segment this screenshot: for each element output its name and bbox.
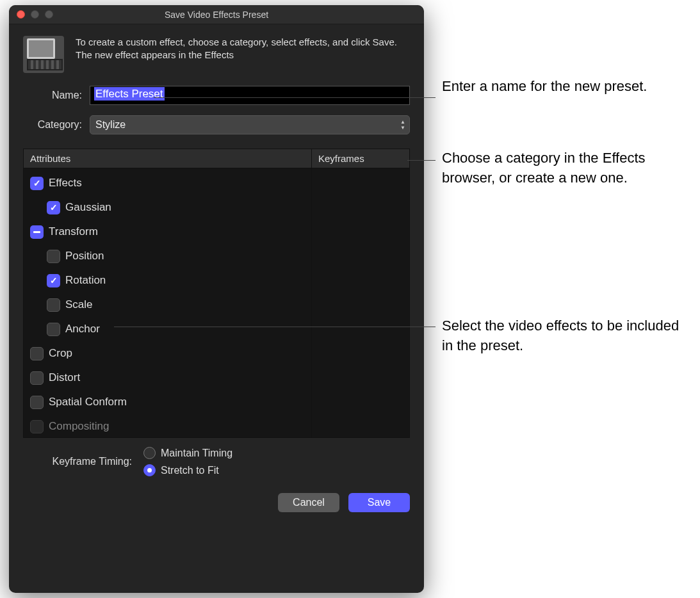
close-icon[interactable] (17, 10, 25, 19)
checkbox-scale[interactable] (47, 298, 60, 312)
zoom-icon (45, 10, 53, 19)
category-row: Category: Stylize ▲▼ (9, 110, 424, 140)
attributes-col-header[interactable]: Attributes (24, 149, 312, 168)
tree-row-scale[interactable]: Scale (24, 293, 311, 317)
chevron-updown-icon: ▲▼ (400, 120, 405, 131)
tree-row-distort[interactable]: Distort (24, 366, 311, 390)
attributes-panel: Attributes Keyframes Effects Gaussian Tr… (23, 149, 410, 438)
save-preset-dialog: Save Video Effects Preset To create a cu… (9, 5, 424, 593)
minimize-icon (31, 10, 39, 19)
category-select[interactable]: Stylize ▲▼ (90, 115, 410, 134)
tree-row-rotation[interactable]: Rotation (24, 268, 311, 293)
attributes-tree: Effects Gaussian Transform Position Rota… (24, 168, 312, 437)
effects-preset-icon (23, 36, 64, 73)
callout-name: Enter a name for the new preset. (442, 77, 653, 97)
window-controls (17, 10, 53, 19)
checkbox-effects[interactable] (30, 177, 44, 190)
tree-row-spatial-conform[interactable]: Spatial Conform (24, 390, 311, 414)
leader-line (114, 327, 435, 327)
checkbox-gaussian[interactable] (47, 201, 60, 214)
keyframe-timing-row: Keyframe Timing: Maintain Timing Stretch… (9, 438, 424, 480)
cancel-button[interactable]: Cancel (278, 493, 339, 512)
tree-row-compositing[interactable]: Compositing (24, 414, 311, 437)
checkbox-compositing[interactable] (30, 420, 44, 433)
tree-row-transform[interactable]: Transform (24, 220, 311, 244)
tree-row-effects[interactable]: Effects (24, 171, 311, 195)
radio-stretch-to-fit[interactable]: Stretch to Fit (143, 464, 232, 476)
name-value: Effects Preset (94, 87, 165, 101)
tree-row-crop[interactable]: Crop (24, 341, 311, 366)
checkbox-position[interactable] (47, 250, 60, 263)
checkbox-crop[interactable] (30, 347, 44, 360)
radio-icon[interactable] (143, 447, 156, 459)
checkbox-anchor[interactable] (47, 323, 60, 336)
category-label: Category: (23, 119, 82, 131)
leader-line (407, 160, 435, 161)
name-row: Name: Effects Preset (9, 81, 424, 110)
checkbox-rotation[interactable] (47, 274, 60, 287)
radio-icon-selected[interactable] (143, 464, 156, 476)
window-title: Save Video Effects Preset (9, 10, 424, 20)
button-row: Cancel Save (9, 480, 424, 525)
header-row: To create a custom effect, choose a cate… (9, 24, 424, 81)
tree-row-gaussian[interactable]: Gaussian (24, 195, 311, 220)
intro-text: To create a custom effect, choose a cate… (76, 36, 410, 73)
checkbox-distort[interactable] (30, 371, 44, 385)
tree-row-position[interactable]: Position (24, 244, 311, 268)
keyframes-col-header[interactable]: Keyframes (312, 149, 409, 168)
attributes-header: Attributes Keyframes (24, 149, 409, 168)
callout-category: Choose a category in the Effects browser… (442, 149, 685, 188)
tree-row-anchor[interactable]: Anchor (24, 317, 311, 341)
callout-effects: Select the video effects to be included … (442, 316, 692, 356)
keyframes-column (312, 168, 409, 437)
category-value: Stylize (95, 119, 126, 131)
radio-maintain-timing[interactable]: Maintain Timing (143, 447, 232, 459)
keyframe-timing-label: Keyframe Timing: (23, 456, 132, 467)
checkbox-spatial-conform[interactable] (30, 396, 44, 409)
titlebar: Save Video Effects Preset (9, 5, 424, 24)
checkbox-transform[interactable] (30, 225, 44, 239)
name-input[interactable]: Effects Preset (90, 86, 410, 105)
save-button[interactable]: Save (348, 493, 410, 512)
name-label: Name: (23, 90, 82, 101)
leader-line (154, 97, 435, 98)
